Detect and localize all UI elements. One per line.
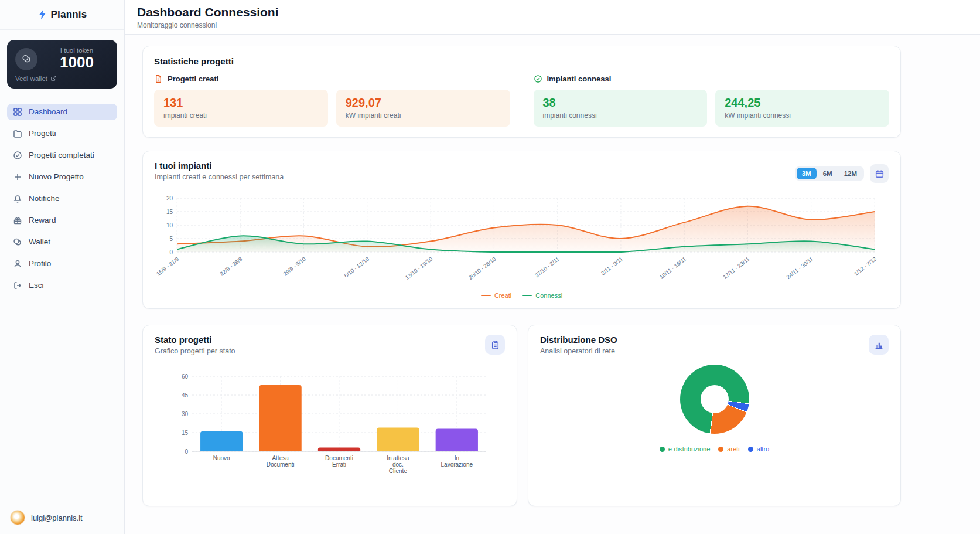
legend-item-e-distribuzione: e-distribuzione [660, 445, 711, 453]
lightning-bolt-icon [37, 9, 47, 20]
wallet-link[interactable]: Vedi wallet [15, 75, 109, 82]
clipboard-icon [490, 340, 500, 350]
sidebar-item-wallet[interactable]: Wallet [7, 234, 117, 250]
sidebar-item-dashboard[interactable]: Dashboard [7, 104, 117, 120]
svg-text:0: 0 [169, 249, 173, 256]
page-subtitle: Monitoraggio connessioni [137, 21, 980, 29]
sidebar-item-nuovo-progetto[interactable]: Nuovo Progetto [7, 169, 117, 185]
stato-bar-chart: 015304560NuovoAttesaDocumentiDocumentiEr… [165, 368, 505, 485]
svg-text:45: 45 [182, 392, 189, 399]
svg-text:27/10 - 2/11: 27/10 - 2/11 [534, 256, 561, 278]
legend-swatch [718, 447, 723, 452]
svg-text:13/10 - 19/10: 13/10 - 19/10 [404, 256, 433, 281]
stato-list-button[interactable] [485, 335, 505, 355]
plus-icon [13, 172, 22, 182]
content: Statistiche progetti Progetti creati 131… [125, 35, 980, 506]
stato-subtitle: Grafico progetti per stato [155, 347, 235, 355]
coins-icon [15, 48, 37, 70]
impianti-title: I tuoi impianti [155, 161, 284, 171]
svg-text:15: 15 [166, 209, 173, 215]
svg-text:0: 0 [185, 448, 188, 455]
stats-title: Statistiche progetti [154, 56, 889, 66]
range-button-3m[interactable]: 3M [797, 168, 817, 179]
svg-text:1/12 - 7/12: 1/12 - 7/12 [853, 256, 878, 277]
svg-text:15: 15 [182, 430, 189, 436]
check-circle-icon [534, 74, 542, 83]
logout-icon [13, 281, 22, 290]
impianti-area-chart: 0510152015/9 - 21/922/9 - 28/929/9 - 5/1… [155, 190, 889, 291]
page-header: Dashboard Connessioni Monitoraggio conne… [125, 0, 980, 35]
document-icon [154, 74, 163, 83]
stat-label: impianti connessi [543, 111, 698, 120]
svg-text:60: 60 [182, 373, 189, 380]
brand-name: Plannis [51, 9, 87, 21]
legend-swatch [522, 295, 532, 297]
stat-label: kW impianti creati [346, 111, 501, 120]
stato-title: Stato progetti [155, 335, 235, 345]
svg-text:10: 10 [166, 222, 173, 229]
legend-swatch [660, 447, 665, 452]
sidebar-item-notifiche[interactable]: Notifiche [7, 191, 117, 207]
sidebar-nav: Dashboard Progetti Progetti completati N… [0, 89, 124, 501]
svg-text:29/9 - 5/10: 29/9 - 5/10 [282, 256, 307, 277]
range-button-6m[interactable]: 6M [818, 168, 838, 179]
stat-value: 38 [543, 96, 698, 110]
impianti-subtitle: Impianti creati e connessi per settimana [155, 173, 284, 181]
svg-text:In attesadoc.Cliente: In attesadoc.Cliente [387, 455, 409, 474]
svg-text:3/11 - 9/11: 3/11 - 9/11 [600, 256, 624, 277]
dso-chart-button[interactable] [869, 335, 889, 355]
legend-item-connessi: Connessi [522, 292, 562, 299]
svg-text:15/9 - 21/9: 15/9 - 21/9 [155, 256, 180, 277]
svg-text:20/10 - 26/10: 20/10 - 26/10 [467, 256, 497, 281]
legend-swatch [748, 447, 753, 452]
brand: Plannis [0, 0, 124, 30]
page-title: Dashboard Connessioni [137, 5, 980, 19]
stats-group-impianti-connessi: Impianti connessi 38 impianti connessi 2… [534, 74, 890, 127]
svg-text:6/10 - 12/10: 6/10 - 12/10 [343, 256, 370, 279]
dso-legend: e-distribuzione areti altro [540, 445, 889, 453]
coins-icon [13, 237, 22, 247]
stat-label: impianti creati [163, 111, 319, 120]
bar-chart-icon [874, 340, 884, 350]
impianti-card: I tuoi impianti Impianti creati e connes… [142, 151, 901, 309]
stats-card: Statistiche progetti Progetti creati 131… [142, 46, 901, 138]
range-button-12m[interactable]: 12M [839, 168, 862, 179]
token-value: 1000 [45, 54, 109, 72]
svg-text:22/9 - 28/9: 22/9 - 28/9 [218, 256, 244, 277]
token-card: I tuoi token 1000 Vedi wallet [7, 40, 117, 89]
calendar-button[interactable] [870, 164, 889, 183]
folder-icon [13, 129, 22, 138]
sidebar-item-progetti[interactable]: Progetti [7, 125, 117, 142]
svg-text:24/11 - 30/11: 24/11 - 30/11 [785, 256, 814, 280]
svg-text:10/11 - 16/11: 10/11 - 16/11 [658, 256, 688, 280]
dso-card: Distribuzione DSO Analisi operatori di r… [528, 325, 901, 506]
sidebar-item-progetti-completati[interactable]: Progetti completati [7, 147, 117, 164]
dashboard-icon [13, 107, 22, 117]
sidebar-item-profilo[interactable]: Profilo [7, 256, 117, 272]
stat-label: kW impianti connessi [725, 111, 880, 120]
check-circle-icon [13, 151, 22, 160]
dso-subtitle: Analisi operatori di rete [540, 347, 617, 355]
gift-icon [13, 216, 22, 225]
stat-value: 244,25 [725, 96, 880, 110]
bell-icon [13, 194, 22, 203]
avatar [10, 510, 25, 525]
svg-text:Nuovo: Nuovo [213, 455, 230, 461]
svg-text:30: 30 [182, 411, 189, 417]
legend-item-areti: areti [718, 445, 739, 453]
svg-text:20: 20 [166, 195, 173, 202]
calendar-icon [875, 169, 885, 179]
sidebar-item-reward[interactable]: Reward [7, 212, 117, 229]
stats-group-progetti-creati: Progetti creati 131 impianti creati 929,… [154, 74, 510, 127]
range-selector: 3M 6M 12M [795, 166, 864, 181]
sidebar-item-esci[interactable]: Esci [7, 277, 117, 294]
stat-kw-impianti-creati: 929,07 kW impianti creati [336, 90, 510, 127]
svg-text:17/11 - 23/11: 17/11 - 23/11 [722, 256, 751, 280]
legend-swatch [481, 295, 491, 297]
svg-text:DocumentiErrati: DocumentiErrati [325, 455, 353, 468]
dso-donut-chart [680, 365, 749, 434]
stat-kw-impianti-connessi: 244,25 kW impianti connessi [715, 90, 889, 127]
external-link-icon [50, 75, 57, 81]
svg-text:InLavorazione: InLavorazione [441, 455, 473, 468]
legend-item-altro: altro [748, 445, 769, 453]
